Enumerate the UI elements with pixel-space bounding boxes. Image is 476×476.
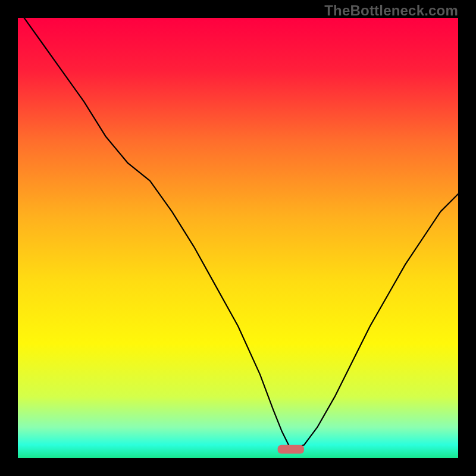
bottleneck-chart	[18, 18, 458, 458]
chart-frame: TheBottleneck.com	[0, 0, 476, 476]
optimal-marker	[278, 445, 304, 454]
watermark-text: TheBottleneck.com	[324, 2, 458, 19]
gradient-background	[18, 18, 458, 458]
